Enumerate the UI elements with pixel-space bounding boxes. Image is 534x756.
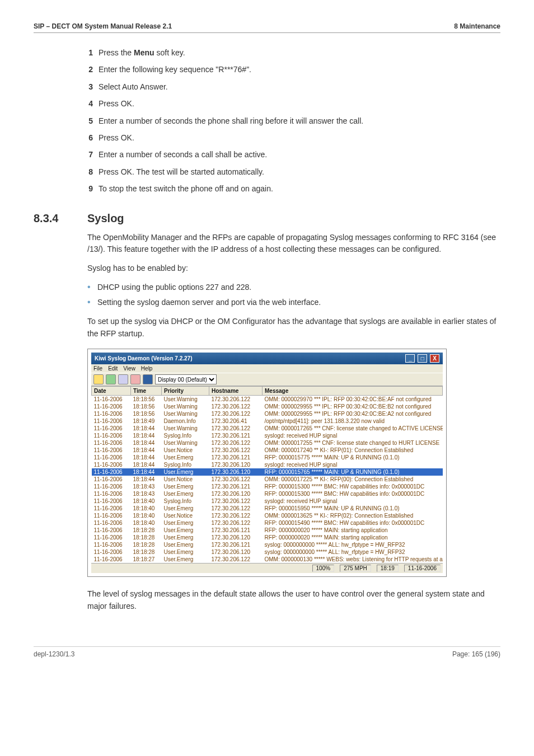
table-row[interactable]: 11-16-200618:18:43User.Emerg172.30.206.1… — [92, 483, 443, 490]
table-cell: 172.30.206.121 — [209, 432, 263, 439]
table-row[interactable]: 11-16-200618:18:44User.Emerg172.30.206.1… — [92, 454, 443, 461]
header-left: SIP – DECT OM System Manual Release 2.1 — [34, 22, 172, 30]
table-header-row: DateTimePriorityHostnameMessage — [92, 387, 443, 396]
table-row[interactable]: 11-16-200618:18:44Syslog.Info172.30.206.… — [92, 432, 443, 439]
window-titlebar[interactable]: Kiwi Syslog Daemon (Version 7.2.27) _ □ … — [91, 353, 443, 364]
menu-item[interactable]: Edit — [108, 365, 118, 372]
table-cell: 18:18:40 — [131, 505, 162, 512]
table-cell: 172.30.206.120 — [209, 548, 263, 556]
table-cell: OMM: 0000017255 *** CNF: license state c… — [263, 439, 443, 447]
table-row[interactable]: 11-16-200618:18:44Syslog.Info172.30.206.… — [92, 461, 443, 468]
minimize-button[interactable]: _ — [405, 354, 415, 363]
table-cell: 11-16-2006 — [92, 483, 131, 490]
table-row[interactable]: 11-16-200618:18:56User.Warning172.30.206… — [92, 403, 443, 410]
table-row[interactable]: 11-16-200618:18:28User.Emerg172.30.206.1… — [92, 534, 443, 541]
step-text: Enter a number of seconds a call shall b… — [99, 148, 267, 161]
table-row[interactable]: 11-16-200618:18:28User.Emerg172.30.206.1… — [92, 541, 443, 548]
step-number: 9 — [78, 182, 93, 195]
column-header[interactable]: Date — [92, 387, 131, 396]
table-row[interactable]: 11-16-200618:18:27User.Emerg172.30.206.1… — [92, 556, 443, 563]
paragraph: The level of syslog messages in the defa… — [87, 588, 500, 612]
section-number: 8.3.4 — [34, 212, 87, 225]
window-buttons: _ □ X — [404, 354, 439, 363]
window-title: Kiwi Syslog Daemon (Version 7.2.27) — [95, 355, 193, 361]
table-cell: RFP: 0000015765 ***** MAIN: UP & RUNNING… — [263, 468, 443, 476]
table-row[interactable]: 11-16-200618:18:56User.Warning172.30.206… — [92, 410, 443, 417]
table-row[interactable]: 11-16-200618:18:43User.Emerg172.30.206.1… — [92, 490, 443, 497]
step-number: 3 — [78, 81, 93, 93]
page-header: SIP – DECT OM System Manual Release 2.1 … — [34, 22, 500, 33]
table-cell: 11-16-2006 — [92, 403, 131, 410]
table-cell: OMM: 0000017240 ** KI-: RFP(01): Connect… — [263, 447, 443, 454]
column-header[interactable]: Time — [131, 387, 162, 396]
toolbar-icon[interactable] — [130, 374, 140, 384]
paragraph: The OpenMobility Manager and the RFPs ar… — [87, 232, 500, 256]
table-cell: 172.30.206.120 — [209, 468, 263, 476]
menu-item[interactable]: Help — [141, 365, 153, 372]
table-cell: RFP: 0000015950 ***** MAIN: UP & RUNNING… — [263, 505, 443, 512]
table-row[interactable]: 11-16-200618:18:40User.Emerg172.30.206.1… — [92, 505, 443, 512]
table-row[interactable]: 11-16-200618:18:44User.Notice172.30.206.… — [92, 476, 443, 483]
table-cell: User.Emerg — [162, 468, 209, 476]
column-header[interactable]: Hostname — [209, 387, 263, 396]
step-item: 7Enter a number of seconds a call shall … — [78, 148, 500, 161]
table-cell: User.Emerg — [162, 556, 209, 563]
maximize-button[interactable]: □ — [418, 354, 427, 363]
menu-item[interactable]: File — [93, 365, 102, 372]
table-cell: 172.30.206.122 — [209, 519, 263, 527]
table-cell: 11-16-2006 — [92, 410, 131, 417]
table-cell: User.Emerg — [162, 483, 209, 490]
table-row[interactable]: 11-16-200618:18:44User.Emerg172.30.206.1… — [92, 468, 443, 476]
column-header[interactable]: Priority — [162, 387, 209, 396]
table-row[interactable]: 11-16-200618:18:49Daemon.Info172.30.206.… — [92, 417, 443, 425]
table-cell: syslogd: received HUP signal — [263, 432, 443, 439]
menu-item[interactable]: View — [123, 365, 135, 372]
table-row[interactable]: 11-16-200618:18:44User.Warning172.30.206… — [92, 439, 443, 447]
toolbar-icon[interactable] — [93, 374, 104, 384]
table-cell: RFP: 0000015490 ***** BMC: HW capabiliti… — [263, 519, 443, 527]
table-cell: 172.30.206.41 — [209, 417, 263, 425]
step-number: 2 — [78, 63, 93, 76]
table-cell: 11-16-2006 — [92, 548, 131, 556]
column-header[interactable]: Message — [263, 387, 443, 396]
table-cell: 18:18:44 — [131, 447, 162, 454]
table-row[interactable]: 11-16-200618:18:40User.Emerg172.30.206.1… — [92, 519, 443, 527]
table-cell: User.Warning — [162, 410, 209, 417]
toolbar-icon[interactable] — [143, 374, 153, 384]
table-row[interactable]: 11-16-200618:18:56User.Warning172.30.206… — [92, 396, 443, 403]
table-cell: 172.30.206.122 — [209, 439, 263, 447]
table-row[interactable]: 11-16-200618:18:44User.Warning172.30.206… — [92, 425, 443, 432]
table-cell: 11-16-2006 — [92, 534, 131, 541]
table-cell: 172.30.206.120 — [209, 461, 263, 468]
toolbar-icon[interactable] — [106, 374, 116, 384]
menu-bar[interactable]: FileEditViewHelp — [91, 364, 443, 373]
toolbar-icon[interactable] — [118, 374, 128, 384]
table-row[interactable]: 11-16-200618:18:40User.Notice172.30.206.… — [92, 512, 443, 519]
display-select[interactable]: Display 00 (Default) — [155, 374, 217, 384]
table-cell: User.Emerg — [162, 541, 209, 548]
table-cell: 11-16-2006 — [92, 519, 131, 527]
paragraph: To set up the syslog via DHCP or the OM … — [87, 316, 500, 340]
table-row[interactable]: 11-16-200618:18:44User.Notice172.30.206.… — [92, 447, 443, 454]
table-cell: 18:18:28 — [131, 548, 162, 556]
table-cell: OMM: 0000029970 *** IPL: RFP 00:30:42:0C… — [263, 396, 443, 403]
table-cell: User.Emerg — [162, 534, 209, 541]
table-row[interactable]: 11-16-200618:18:28User.Emerg172.30.206.1… — [92, 527, 443, 534]
table-cell: 11-16-2006 — [92, 541, 131, 548]
table-cell: RFP: 0000015300 ***** BMC: HW capabiliti… — [263, 483, 443, 490]
table-cell: User.Emerg — [162, 519, 209, 527]
table-row[interactable]: 11-16-200618:18:28User.Emerg172.30.206.1… — [92, 548, 443, 556]
table-cell: 172.30.206.120 — [209, 490, 263, 497]
table-cell: /opt/ntp/ntpd[411]: peer 131.188.3.220 n… — [263, 417, 443, 425]
table-cell: Syslog.Info — [162, 432, 209, 439]
table-cell: 18:18:27 — [131, 556, 162, 563]
section-heading: 8.3.4 Syslog — [34, 212, 500, 225]
table-cell: 172.30.206.122 — [209, 425, 263, 432]
section-title: Syslog — [87, 212, 124, 225]
table-row[interactable]: 11-16-200618:18:40Syslog.Info172.30.206.… — [92, 497, 443, 505]
table-cell: 18:18:49 — [131, 417, 162, 425]
table-cell: OMM: 0000029955 *** IPL: RFP 00:30:42:0C… — [263, 403, 443, 410]
table-cell: User.Notice — [162, 512, 209, 519]
close-button[interactable]: X — [430, 354, 439, 363]
table-cell: OMM: 0000013625 ** KI-: RFP(02): Connect… — [263, 512, 443, 519]
